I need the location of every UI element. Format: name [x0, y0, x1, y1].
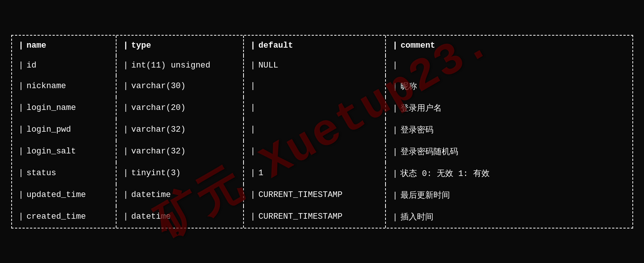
cell-name: |login_name: [12, 97, 117, 119]
cell-type: |varchar(20): [117, 97, 244, 119]
cell-comment: |状态 0: 无效 1: 有效: [386, 162, 632, 184]
header-comment: |comment: [386, 36, 632, 56]
cell-name: |login_salt: [12, 141, 117, 162]
cell-default: |NULL: [244, 56, 386, 75]
cell-name: |id: [12, 56, 117, 75]
cell-name: |nickname: [12, 75, 117, 97]
cell-type: |varchar(32): [117, 141, 244, 162]
cell-name: |login_pwd: [12, 119, 117, 141]
table-row: |login_salt|varchar(32)||登录密码随机码: [12, 141, 632, 162]
cell-default: |: [244, 119, 386, 141]
header-default: |default: [244, 36, 386, 56]
cell-type: |tinyint(3): [117, 162, 244, 184]
cell-default: |: [244, 97, 386, 119]
cell-comment: |登录密码: [386, 119, 632, 141]
cell-type: |varchar(30): [117, 75, 244, 97]
table-row: |updated_time|datetime|CURRENT_TIMESTAMP…: [12, 184, 632, 206]
table-container: |name |type |default |comment |id|int(11…: [11, 35, 633, 228]
cell-type: |datetime: [117, 206, 244, 228]
table-row: |created_time|datetime|CURRENT_TIMESTAMP…: [12, 206, 632, 228]
cell-comment: |昵称: [386, 75, 632, 97]
header-type: |type: [117, 36, 244, 56]
cell-type: |varchar(32): [117, 119, 244, 141]
table-row: |nickname|varchar(30)||昵称: [12, 75, 632, 97]
cell-comment: |最后更新时间: [386, 184, 632, 206]
table-row: |id|int(11) unsigned|NULL|: [12, 56, 632, 75]
table-row: |status|tinyint(3)|1|状态 0: 无效 1: 有效: [12, 162, 632, 184]
cell-name: |updated_time: [12, 184, 117, 206]
cell-default: |: [244, 75, 386, 97]
table-row: |login_name|varchar(20)||登录用户名: [12, 97, 632, 119]
cell-name: |created_time: [12, 206, 117, 228]
cell-default: |1: [244, 162, 386, 184]
cell-type: |datetime: [117, 184, 244, 206]
cell-name: |status: [12, 162, 117, 184]
cell-type: |int(11) unsigned: [117, 56, 244, 75]
header-row: |name |type |default |comment: [12, 36, 632, 56]
cell-default: |CURRENT_TIMESTAMP: [244, 206, 386, 228]
cell-comment: |登录用户名: [386, 97, 632, 119]
schema-table: |name |type |default |comment |id|int(11…: [12, 36, 632, 228]
cell-comment: |登录密码随机码: [386, 141, 632, 162]
table-row: |login_pwd|varchar(32)||登录密码: [12, 119, 632, 141]
cell-comment: |: [386, 56, 632, 75]
cell-default: |CURRENT_TIMESTAMP: [244, 184, 386, 206]
header-name: |name: [12, 36, 117, 56]
cell-comment: |插入时间: [386, 206, 632, 228]
cell-default: |: [244, 141, 386, 162]
